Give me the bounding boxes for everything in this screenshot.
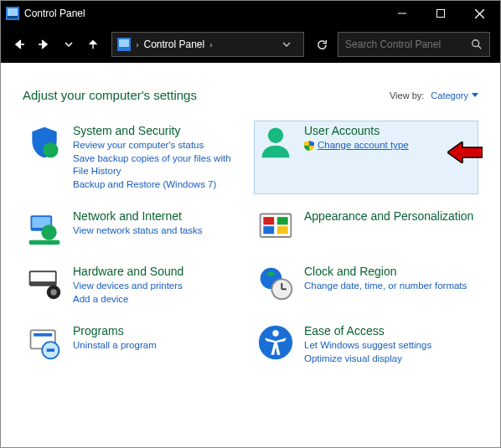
link-add-device[interactable]: Add a device xyxy=(73,293,183,306)
link-change-account-type[interactable]: Change account type xyxy=(304,139,409,152)
search-icon xyxy=(471,39,483,50)
category-title[interactable]: Programs xyxy=(73,324,157,337)
category-title[interactable]: Appearance and Personalization xyxy=(304,209,473,223)
control-panel-icon xyxy=(117,38,131,51)
window: Control Panel › xyxy=(0,0,501,448)
svg-point-14 xyxy=(43,142,58,157)
chevron-right-icon: › xyxy=(209,40,212,49)
category-system-and-security[interactable]: System and Security Review your computer… xyxy=(23,121,247,194)
clock-icon xyxy=(257,265,294,301)
view-by-value: Category xyxy=(431,90,468,100)
breadcrumb-root[interactable]: Control Panel xyxy=(143,39,204,50)
link-review-status[interactable]: Review your computer's status xyxy=(73,139,244,152)
svg-rect-1 xyxy=(8,8,18,16)
hardware-icon xyxy=(26,265,63,301)
svg-point-15 xyxy=(268,128,283,143)
maximize-button[interactable] xyxy=(421,1,460,26)
content-header: Adjust your computer's settings View by:… xyxy=(23,88,478,102)
category-ease-of-access[interactable]: Ease of Access Let Windows suggest setti… xyxy=(254,321,478,368)
appearance-icon xyxy=(257,209,294,246)
category-title[interactable]: System and Security xyxy=(73,124,244,137)
svg-point-12 xyxy=(473,40,479,47)
link-suggest-settings[interactable]: Let Windows suggest settings xyxy=(304,339,431,353)
svg-rect-4 xyxy=(437,10,445,18)
link-optimize-display[interactable]: Optimize visual display xyxy=(304,353,431,366)
uac-shield-icon xyxy=(304,141,314,151)
arrow-callout-icon xyxy=(447,142,483,163)
search-input[interactable] xyxy=(345,39,471,50)
svg-point-18 xyxy=(41,224,56,239)
shield-icon xyxy=(26,124,63,161)
svg-rect-24 xyxy=(277,226,288,234)
chevron-right-icon: › xyxy=(136,40,138,49)
page-title: Adjust your computer's settings xyxy=(23,88,197,102)
link-devices-printers[interactable]: View devices and printers xyxy=(73,280,183,293)
user-icon xyxy=(257,124,294,161)
link-file-history[interactable]: Save backup copies of your files with Fi… xyxy=(73,152,244,178)
svg-rect-22 xyxy=(277,217,288,224)
address-history-button[interactable] xyxy=(275,32,298,57)
view-by-dropdown[interactable]: Category xyxy=(431,90,478,100)
view-by-label: View by: xyxy=(390,90,424,100)
link-date-time-formats[interactable]: Change date, time, or number formats xyxy=(304,280,467,293)
svg-point-28 xyxy=(50,289,56,295)
refresh-button[interactable] xyxy=(311,32,333,57)
category-hardware-and-sound[interactable]: Hardware and Sound View devices and prin… xyxy=(23,261,247,309)
minimize-button[interactable] xyxy=(383,1,421,26)
network-icon xyxy=(26,209,63,246)
category-title[interactable]: User Accounts xyxy=(304,124,409,137)
view-by-control: View by: Category xyxy=(390,90,478,100)
control-panel-icon xyxy=(6,7,19,20)
link-network-status[interactable]: View network status and tasks xyxy=(73,224,202,238)
chevron-down-icon xyxy=(472,93,478,98)
svg-point-38 xyxy=(272,330,278,336)
svg-rect-34 xyxy=(34,333,52,337)
category-network-and-internet[interactable]: Network and Internet View network status… xyxy=(23,206,247,250)
category-clock-and-region[interactable]: Clock and Region Change date, time, or n… xyxy=(254,261,478,309)
accessibility-icon xyxy=(257,324,294,361)
link-backup-restore[interactable]: Backup and Restore (Windows 7) xyxy=(73,178,244,192)
svg-rect-26 xyxy=(31,272,55,281)
recent-locations-button[interactable] xyxy=(57,30,80,59)
search-box[interactable] xyxy=(338,32,490,57)
titlebar: Control Panel xyxy=(1,1,500,26)
category-grid: System and Security Review your computer… xyxy=(23,121,478,368)
close-button[interactable] xyxy=(460,1,498,26)
window-title: Control Panel xyxy=(24,8,85,19)
svg-rect-19 xyxy=(29,240,60,245)
category-appearance-and-personalization[interactable]: Appearance and Personalization xyxy=(254,206,478,250)
breadcrumb[interactable]: › Control Panel › xyxy=(136,39,212,50)
svg-line-13 xyxy=(478,46,482,49)
link-text: Change account type xyxy=(318,139,409,152)
content-area: Adjust your computer's settings View by:… xyxy=(1,63,500,447)
address-bar[interactable]: › Control Panel › xyxy=(111,32,304,57)
up-button[interactable] xyxy=(82,30,106,59)
category-title[interactable]: Ease of Access xyxy=(304,324,431,337)
svg-rect-2 xyxy=(8,16,18,18)
link-uninstall-program[interactable]: Uninstall a program xyxy=(73,339,157,353)
svg-rect-11 xyxy=(119,39,129,47)
category-title[interactable]: Clock and Region xyxy=(304,265,467,278)
category-title[interactable]: Network and Internet xyxy=(73,209,202,223)
programs-icon xyxy=(26,324,63,361)
category-user-accounts[interactable]: User Accounts Change account type xyxy=(254,121,478,194)
category-title[interactable]: Hardware and Sound xyxy=(73,265,183,278)
forward-button[interactable] xyxy=(33,30,56,59)
navbar: › Control Panel › xyxy=(1,26,500,63)
svg-rect-23 xyxy=(263,226,274,234)
svg-rect-21 xyxy=(263,217,274,224)
category-programs[interactable]: Programs Uninstall a program xyxy=(23,321,247,368)
back-button[interactable] xyxy=(8,30,31,59)
svg-rect-36 xyxy=(47,348,54,352)
